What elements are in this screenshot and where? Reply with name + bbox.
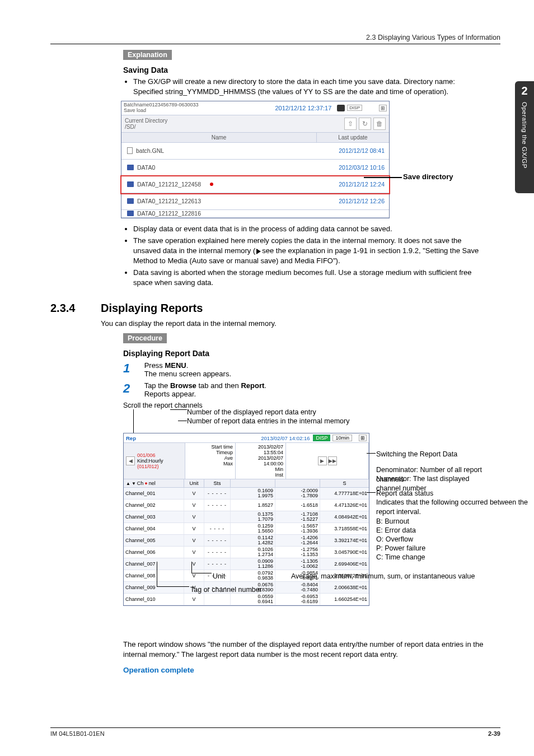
- step-1-number: 1: [123, 361, 142, 376]
- annot-p: P: Power failure: [376, 544, 425, 553]
- curdir-label: Current Directory: [125, 118, 342, 124]
- refresh-button[interactable]: ↻: [359, 118, 371, 130]
- col-last-update: Last update: [316, 133, 389, 142]
- section-intro: You can display the report data in the i…: [101, 319, 500, 328]
- file-row-highlighted[interactable]: DATA0_121212_122458 2012/12/12 12:24: [121, 176, 389, 193]
- file-icon: [127, 147, 133, 154]
- fast-fwd-button[interactable]: ▶▶: [328, 456, 337, 465]
- triangle-icon: [256, 249, 261, 254]
- chapter-title: Operating the GX/GP: [521, 102, 528, 169]
- report-timestamp: 2013/02/07 14:02:16: [261, 435, 310, 441]
- chapter-side-tab: 2 Operating the GX/GP: [515, 81, 534, 193]
- step-1-sub: The menu screen appears.: [144, 370, 231, 378]
- curdir-path: /SD/: [125, 124, 342, 130]
- annot-e: E: Error data: [376, 526, 416, 535]
- annot-status-t: Report data status: [376, 489, 433, 498]
- report-kind: Kind:Hourly: [137, 458, 182, 464]
- sd-icon: ⊞: [379, 105, 387, 111]
- report-row: Channel_006V- - - - -0.10261.2734-1.2756…: [124, 547, 369, 558]
- shot1-topline1: Batchname0123456789-0630033: [124, 102, 275, 108]
- folder-icon: [127, 181, 134, 187]
- sd-icon: ⊞: [359, 435, 367, 441]
- explanation-label: Explanation: [123, 50, 172, 60]
- annot-switch: Switching the Report Data: [376, 450, 457, 459]
- annot-c: C: Time change: [376, 553, 425, 562]
- footer-page-number: 2-39: [488, 730, 500, 737]
- shot1-timestamp: 2012/12/12 12:37:17: [275, 105, 331, 111]
- col-name: Name: [121, 133, 316, 142]
- report-index: 001/006: [137, 452, 182, 458]
- annot-avg: Average, maximum, minimum, sum, or insta…: [291, 572, 475, 581]
- up-dir-button[interactable]: ⇧: [344, 118, 357, 130]
- folder-icon: [127, 165, 134, 170]
- bullet-save-3: The save operation explained here merely…: [133, 236, 485, 265]
- annot-o: O: Overflow: [376, 535, 413, 544]
- step-2-sub: Reports appear.: [144, 390, 196, 398]
- file-row[interactable]: DATA0_121212_122613 2012/12/12 12:26: [121, 193, 389, 210]
- folder-icon: [127, 211, 134, 216]
- bullet-save-2: Display data or event data that is in th…: [133, 224, 485, 234]
- section-title: Displaying Reports: [101, 302, 203, 315]
- report-row: Channel_004V- - - -0.12591.5650-1.5657-1…: [124, 523, 369, 535]
- annot-status-s: Indicates that the following occurred be…: [376, 498, 533, 517]
- report-row: Channel_005V- - - - -0.11421.4282-1.4206…: [124, 535, 369, 547]
- report-row: Channel_007V- - - - -0.09091.1286-1.1305…: [124, 558, 369, 570]
- report-row: Channel_001V- - - - -0.16091.9975-2.0009…: [124, 488, 369, 500]
- report-row: Channel_010V0.05590.6941-0.6953-0.61891.…: [124, 594, 369, 605]
- report-window-para: The report window shows "the number of t…: [123, 640, 485, 659]
- annot-tag: Tag or channel number: [190, 585, 262, 595]
- chapter-number: 2: [515, 85, 534, 97]
- disp-badge: DISP: [313, 435, 330, 441]
- footer-left: IM 04L51B01-01EN: [50, 730, 105, 737]
- procedure-label: Procedure: [123, 333, 167, 343]
- col-sum: S: [320, 479, 369, 487]
- left-arrow-button[interactable]: ◀: [126, 456, 135, 465]
- channel-frac: (011/012): [137, 464, 182, 469]
- screenshot-file-list: Batchname0123456789-0630033 Save load 20…: [121, 101, 390, 218]
- file-row[interactable]: DATA0_121212_122816: [121, 210, 389, 218]
- down-icon: ▼: [132, 481, 136, 486]
- file-row[interactable]: DATA0 2012/03/12 10:16: [121, 160, 389, 176]
- report-row: Channel_002V- - - - -1.8527-1.65184.4713…: [124, 500, 369, 511]
- operation-complete: Operation complete: [123, 666, 485, 674]
- disp-tag-icon: DISP: [347, 105, 362, 111]
- col-sts: Sts: [204, 479, 230, 487]
- delete-button[interactable]: 🗑: [373, 118, 386, 130]
- step-2-number: 2: [123, 381, 142, 396]
- save-directory-callout: Save directory: [403, 172, 453, 181]
- interval-badge: 10min: [332, 435, 352, 441]
- bullet-save-1: The GX/GP will create a new directory to…: [133, 77, 485, 96]
- report-label: Rep: [126, 435, 136, 441]
- folder-icon: [127, 198, 134, 204]
- page-breadcrumb: 2.3 Displaying Various Types of Informat…: [50, 34, 500, 44]
- file-row[interactable]: batch.GNL 2012/12/12 08:41: [121, 143, 389, 160]
- up-icon: ▲: [126, 481, 130, 486]
- record-icon: [337, 105, 345, 111]
- col-unit: Unit: [184, 479, 204, 487]
- saving-data-heading: Saving Data: [123, 66, 485, 74]
- play-button[interactable]: ▶: [318, 456, 327, 465]
- bullet-save-4: Data saving is aborted when the storage …: [133, 268, 485, 287]
- shot1-topline2: Save load: [124, 108, 275, 114]
- annot-unit: Unit: [213, 572, 225, 581]
- procedure-subtitle: Displaying Report Data: [123, 349, 485, 358]
- section-number: 2.3.4: [50, 302, 101, 315]
- annot-b: B: Burnout: [376, 517, 409, 526]
- annot-num-entries: Number of report data entries in the int…: [187, 417, 349, 425]
- annot-num-disp: Number of the displayed report data entr…: [187, 408, 316, 416]
- report-row: Channel_003V0.13751.7079-1.7108-1.52274.…: [124, 511, 369, 523]
